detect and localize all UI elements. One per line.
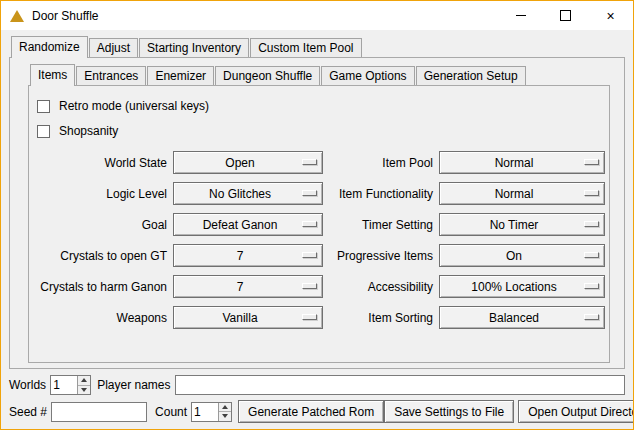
footer: Worlds Player names Seed # Count (9, 375, 625, 423)
outer-tab-bar: Randomize Adjust Starting Inventory Cust… (9, 36, 625, 57)
progressive-items-label: Progressive Items (329, 249, 433, 263)
worlds-spin-down[interactable] (78, 385, 90, 395)
count-spin-down[interactable] (219, 411, 231, 421)
crystals-open-gt-label: Crystals to open GT (37, 249, 167, 263)
dropdown-indicator-icon (302, 190, 317, 196)
tab-starting-inventory[interactable]: Starting Inventory (139, 38, 249, 57)
tab-adjust[interactable]: Adjust (89, 38, 138, 57)
worlds-label: Worlds (9, 378, 46, 392)
minimize-icon (516, 15, 526, 16)
retro-mode-checkrow[interactable]: Retro mode (universal keys) (37, 96, 603, 116)
dropdown-indicator-icon (302, 221, 317, 227)
maximize-button[interactable] (543, 1, 588, 30)
goal-dropdown[interactable]: Defeat Ganon (173, 213, 323, 236)
count-spin-arrows (218, 403, 231, 421)
worlds-spin-up[interactable] (78, 376, 90, 385)
crystals-open-gt-dropdown[interactable]: 7 (173, 244, 323, 267)
dropdown-indicator-icon (302, 252, 317, 258)
arrow-down-icon (81, 388, 87, 392)
dropdown-indicator-icon (584, 159, 599, 165)
weapons-label: Weapons (37, 311, 167, 325)
app-icon (10, 10, 24, 22)
worlds-row: Worlds Player names (9, 375, 625, 395)
randomize-panel: Items Entrances Enemizer Dungeon Shuffle… (9, 57, 625, 369)
item-pool-label: Item Pool (329, 156, 433, 170)
titlebar: Door Shuffle × (1, 1, 633, 30)
goal-label: Goal (37, 218, 167, 232)
count-spin-up[interactable] (219, 403, 231, 412)
dropdown-indicator-icon (584, 314, 599, 320)
tab-custom-item-pool[interactable]: Custom Item Pool (250, 38, 361, 57)
inner-tab-bar: Items Entrances Enemizer Dungeon Shuffle… (28, 64, 610, 85)
world-state-label: World State (37, 156, 167, 170)
item-sorting-dropdown[interactable]: Balanced (439, 306, 605, 329)
dropdown-indicator-icon (584, 190, 599, 196)
timer-setting-dropdown[interactable]: No Timer (439, 213, 605, 236)
tab-game-options[interactable]: Game Options (321, 66, 414, 85)
dropdown-indicator-icon (584, 283, 599, 289)
seed-input[interactable] (51, 402, 147, 422)
item-functionality-label: Item Functionality (329, 187, 433, 201)
seed-label: Seed # (9, 405, 47, 419)
worlds-spin-arrows (77, 376, 90, 394)
accessibility-label: Accessibility (329, 280, 433, 294)
seed-row: Seed # Count Generate Patched Rom Save S… (9, 400, 625, 423)
player-names-label: Player names (97, 378, 170, 392)
world-state-dropdown[interactable]: Open (173, 151, 323, 174)
progressive-items-dropdown[interactable]: On (439, 244, 605, 267)
retro-mode-checkbox[interactable] (37, 100, 50, 113)
logic-level-dropdown[interactable]: No Glitches (173, 182, 323, 205)
tab-generation-setup[interactable]: Generation Setup (416, 66, 526, 85)
options-grid: World State Open Item Pool Normal Logic … (37, 151, 603, 329)
tab-randomize[interactable]: Randomize (11, 36, 88, 58)
arrow-up-icon (81, 378, 87, 382)
minimize-button[interactable] (498, 1, 543, 30)
shopsanity-checkbox[interactable] (37, 125, 50, 138)
worlds-spinbox[interactable] (50, 375, 91, 395)
save-settings-button[interactable]: Save Settings to File (384, 400, 514, 423)
tab-entrances[interactable]: Entrances (76, 66, 146, 85)
tab-dungeon-shuffle[interactable]: Dungeon Shuffle (215, 66, 320, 85)
timer-setting-label: Timer Setting (329, 218, 433, 232)
count-label: Count (155, 405, 187, 419)
item-functionality-dropdown[interactable]: Normal (439, 182, 605, 205)
shopsanity-label: Shopsanity (59, 124, 118, 138)
crystals-harm-ganon-label: Crystals to harm Ganon (37, 280, 167, 294)
count-input[interactable] (192, 403, 218, 421)
dropdown-indicator-icon (584, 221, 599, 227)
arrow-down-icon (222, 414, 228, 418)
arrow-up-icon (222, 405, 228, 409)
crystals-harm-ganon-dropdown[interactable]: 7 (173, 275, 323, 298)
tab-items[interactable]: Items (30, 64, 75, 86)
dropdown-indicator-icon (302, 159, 317, 165)
door-shuffle-window: Door Shuffle × Randomize Adjust Starting… (0, 0, 634, 430)
count-spinbox[interactable] (191, 402, 232, 422)
logic-level-label: Logic Level (37, 187, 167, 201)
retro-mode-label: Retro mode (universal keys) (59, 99, 209, 113)
window-title: Door Shuffle (32, 9, 99, 23)
worlds-input[interactable] (51, 376, 77, 394)
generate-patched-rom-button[interactable]: Generate Patched Rom (238, 400, 384, 423)
items-panel: Retro mode (universal keys) Shopsanity W… (28, 85, 610, 363)
tab-enemizer[interactable]: Enemizer (147, 66, 214, 85)
shopsanity-checkrow[interactable]: Shopsanity (37, 121, 603, 141)
accessibility-dropdown[interactable]: 100% Locations (439, 275, 605, 298)
open-output-directory-button[interactable]: Open Output Directory (518, 400, 634, 423)
item-pool-dropdown[interactable]: Normal (439, 151, 605, 174)
dropdown-indicator-icon (302, 283, 317, 289)
item-sorting-label: Item Sorting (329, 311, 433, 325)
client-area: Randomize Adjust Starting Inventory Cust… (1, 30, 633, 423)
maximize-icon (560, 10, 571, 21)
weapons-dropdown[interactable]: Vanilla (173, 306, 323, 329)
dropdown-indicator-icon (584, 252, 599, 258)
close-button[interactable]: × (588, 1, 633, 30)
dropdown-indicator-icon (302, 314, 317, 320)
player-names-input[interactable] (175, 375, 626, 395)
